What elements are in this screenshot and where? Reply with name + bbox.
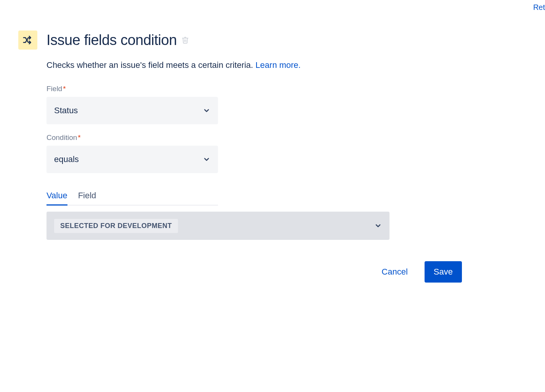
top-return-link[interactable]: Ret [533,3,545,12]
tab-value[interactable]: Value [46,191,67,206]
condition-select-value: equals [54,154,79,164]
value-chip: SELECTED FOR DEVELOPMENT [54,219,178,233]
description: Checks whether an issue's field meets a … [46,60,527,70]
chevron-down-icon [374,222,382,230]
field-select-value: Status [54,106,78,116]
learn-more-link[interactable]: Learn more. [255,60,301,70]
field-select[interactable]: Status [46,97,218,124]
save-button[interactable]: Save [425,261,462,283]
field-label: Field* [46,85,527,93]
trash-icon[interactable] [181,36,189,44]
condition-icon-box [18,31,37,50]
value-field-tabs: Value Field [46,191,218,206]
shuffle-icon [22,34,34,46]
page-title: Issue fields condition [46,32,177,48]
chevron-down-icon [203,107,210,114]
chevron-down-icon [203,156,210,163]
value-select[interactable]: SELECTED FOR DEVELOPMENT [46,212,390,240]
cancel-button[interactable]: Cancel [372,261,417,283]
condition-select[interactable]: equals [46,146,218,173]
tab-field[interactable]: Field [78,191,96,206]
condition-label: Condition* [46,133,527,142]
